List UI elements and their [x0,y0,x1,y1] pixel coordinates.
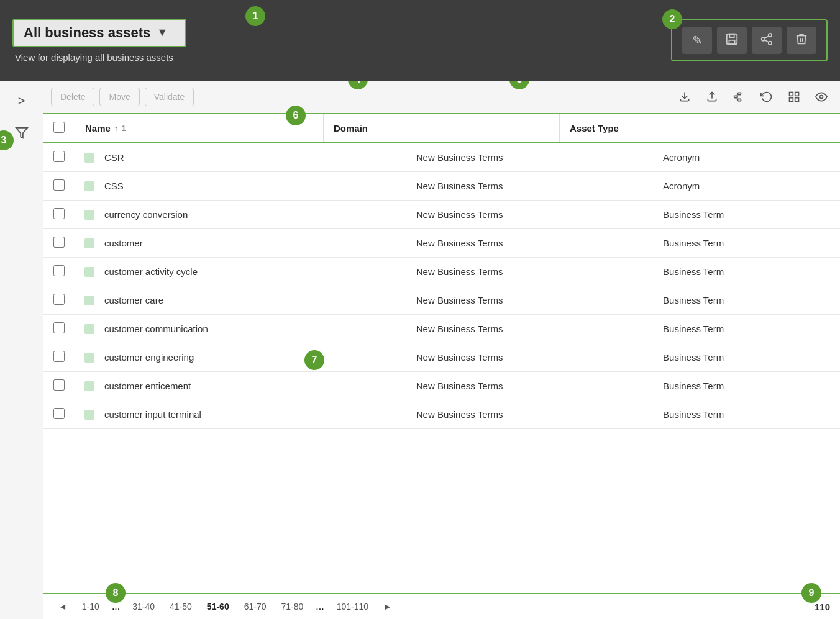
table-header: Name ↑ 1 Domain Asset Type [43,114,840,143]
title-area: All business assets ▼ View for displayin… [12,19,186,63]
row-name[interactable]: customer enticement [104,381,191,391]
page-title: All business assets [24,25,150,41]
share-button[interactable] [752,27,782,54]
delete-button[interactable] [787,27,816,54]
row-checkbox-cell[interactable] [43,372,75,400]
color-swatch-icon [84,267,94,277]
badge-7: 7 [304,350,324,370]
row-checkbox-5[interactable] [53,294,65,305]
prev-page-button[interactable]: ◄ [53,599,72,614]
import-button[interactable] [673,86,696,108]
page-31-40[interactable]: 31-40 [127,599,160,614]
row-checkbox-9[interactable] [53,408,65,419]
save-button[interactable] [717,27,747,54]
row-asset-type-cell: Business Term [653,400,840,429]
row-name-cell: customer care [75,286,406,315]
expand-icon: > [18,94,25,108]
svg-rect-20 [795,93,799,96]
move-toolbar-button[interactable]: Move [99,88,139,106]
row-name[interactable]: customer input terminal [104,409,201,420]
toolbar: 4 5 Delete Move Validate [43,81,840,114]
total-count: 110 [815,602,830,612]
row-checkbox-cell[interactable] [43,172,75,201]
row-checkbox-cell[interactable] [43,143,75,172]
row-name[interactable]: CSS [104,181,124,191]
grid-view-button[interactable] [783,86,805,108]
row-checkbox-cell[interactable] [43,400,75,429]
row-domain-cell: New Business Terms [406,372,653,400]
page-41-50[interactable]: 41-50 [165,599,197,614]
page-61-70[interactable]: 61-70 [239,599,272,614]
color-swatch-icon [84,324,94,334]
row-domain-cell: New Business Terms [406,400,653,429]
row-checkbox-cell[interactable] [43,343,75,372]
row-name[interactable]: customer activity cycle [104,266,198,277]
color-swatch-icon [84,296,94,305]
row-domain-cell: New Business Terms [406,286,653,315]
dropdown-arrow-icon: ▼ [157,26,168,39]
row-name-cell: customer activity cycle [75,258,406,286]
row-name[interactable]: customer [104,238,143,248]
edit-button[interactable]: ✎ [682,27,712,54]
export-button[interactable] [701,86,723,108]
row-name[interactable]: customer engineering [104,352,194,363]
title-dropdown[interactable]: All business assets ▼ [12,19,186,47]
table-row: customer engineering New Business Terms … [43,343,840,372]
row-checkbox-2[interactable] [53,208,65,219]
svg-rect-13 [738,99,741,101]
row-name-cell: currency conversion [75,201,406,229]
row-name-cell: customer input terminal [75,400,406,429]
asset-type-column-header[interactable]: Asset Type [560,114,841,143]
page-71-80[interactable]: 71-80 [276,599,308,614]
domain-column-header[interactable]: Domain [324,114,560,143]
next-page-button[interactable]: ► [378,599,397,614]
select-all-header[interactable] [43,114,75,143]
row-name-cell: customer [75,229,406,258]
delete-toolbar-button[interactable]: Delete [51,88,94,106]
page-101-110[interactable]: 101-110 [332,599,373,614]
refresh-button[interactable] [756,86,778,108]
row-checkbox-cell[interactable] [43,229,75,258]
row-checkbox-3[interactable] [53,237,65,248]
badge-5: 5 [509,81,529,89]
row-checkbox-cell[interactable] [43,286,75,315]
table-area: 4 5 Delete Move Validate [43,81,840,619]
page-1-10[interactable]: 1-10 [77,599,104,614]
row-name[interactable]: CSR [104,152,124,163]
row-name[interactable]: currency conversion [104,209,188,220]
visibility-button[interactable] [810,86,833,108]
table-row: customer enticement New Business Terms B… [43,372,840,400]
svg-line-6 [765,40,769,42]
row-checkbox-0[interactable] [53,151,65,162]
domain-col-label: Domain [334,123,368,133]
page-51-60[interactable]: 51-60 [202,599,234,614]
hierarchy-button[interactable] [728,86,751,108]
row-asset-type-cell: Acronym [653,143,840,172]
validate-toolbar-button[interactable]: Validate [145,88,194,106]
select-all-checkbox[interactable] [53,122,65,133]
table-row: customer activity cycle New Business Ter… [43,258,840,286]
row-checkbox-cell[interactable] [43,258,75,286]
row-name[interactable]: customer communication [104,323,208,334]
table-wrapper: 7 6 Name ↑ 1 [43,114,840,593]
row-checkbox-cell[interactable] [43,201,75,229]
row-name[interactable]: customer care [104,295,163,305]
row-asset-type-cell: Business Term [653,201,840,229]
row-checkbox-8[interactable] [53,379,65,391]
expand-button[interactable]: > [8,87,35,114]
sort-num: 1 [122,124,126,133]
row-checkbox-cell[interactable] [43,315,75,343]
row-asset-type-cell: Business Term [653,229,840,258]
row-checkbox-1[interactable] [53,179,65,191]
color-swatch-icon [84,410,94,420]
row-domain-cell: New Business Terms [406,229,653,258]
data-table: Name ↑ 1 Domain Asset Type [43,114,840,143]
row-checkbox-7[interactable] [53,351,65,362]
row-checkbox-4[interactable] [53,265,65,276]
row-asset-type-cell: Acronym [653,172,840,201]
row-checkbox-6[interactable] [53,322,65,333]
row-domain-cell: New Business Terms [406,143,653,172]
trash-icon [795,32,808,49]
badge-4: 4 [348,81,368,89]
color-swatch-icon [84,181,94,191]
